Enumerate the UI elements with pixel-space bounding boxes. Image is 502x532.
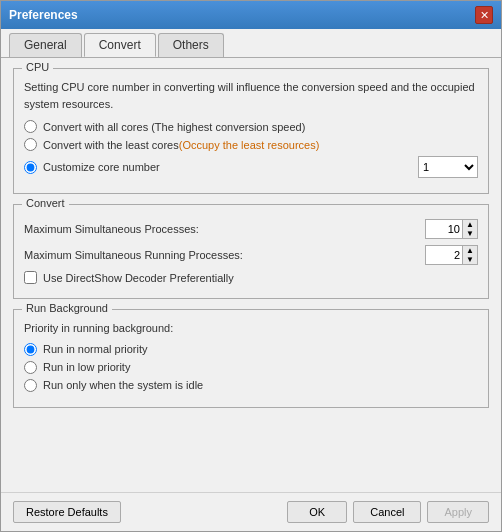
cpu-option-least-cores[interactable]: Convert with the least cores (Occupy the… xyxy=(24,138,478,151)
priority-label: Priority in running background: xyxy=(24,320,478,337)
max-running-up-button[interactable]: ▲ xyxy=(463,246,477,255)
cpu-option-all-cores[interactable]: Convert with all cores (The highest conv… xyxy=(24,120,478,133)
max-running-spinner: ▲ ▼ xyxy=(425,245,478,265)
bg-radio-low[interactable] xyxy=(24,361,37,374)
tab-convert[interactable]: Convert xyxy=(84,33,156,57)
cpu-radio-all-cores[interactable] xyxy=(24,120,37,133)
bg-option-low[interactable]: Run in low priority xyxy=(24,361,478,374)
bg-radio-normal[interactable] xyxy=(24,343,37,356)
cpu-option-customize[interactable]: Customize core number xyxy=(24,161,418,174)
background-group: Run Background Priority in running backg… xyxy=(13,309,489,408)
max-processes-input[interactable] xyxy=(425,219,463,239)
convert-group-title: Convert xyxy=(22,197,69,209)
apply-button[interactable]: Apply xyxy=(427,501,489,523)
cpu-group: CPU Setting CPU core number in convertin… xyxy=(13,68,489,194)
tab-others[interactable]: Others xyxy=(158,33,224,57)
bg-option-idle-label: Run only when the system is idle xyxy=(43,379,203,391)
cpu-core-dropdown[interactable]: 1 2 3 4 xyxy=(418,156,478,178)
max-running-label: Maximum Simultaneous Running Processes: xyxy=(24,249,425,261)
directshow-checkbox[interactable] xyxy=(24,271,37,284)
max-processes-spinner-buttons: ▲ ▼ xyxy=(463,219,478,239)
preferences-window: Preferences ✕ General Convert Others CPU… xyxy=(0,0,502,532)
bg-option-normal-label: Run in normal priority xyxy=(43,343,148,355)
titlebar: Preferences ✕ xyxy=(1,1,501,29)
max-running-spinner-buttons: ▲ ▼ xyxy=(463,245,478,265)
bg-radio-idle[interactable] xyxy=(24,379,37,392)
max-running-down-button[interactable]: ▼ xyxy=(463,255,477,264)
max-running-row: Maximum Simultaneous Running Processes: … xyxy=(24,245,478,265)
ok-button[interactable]: OK xyxy=(287,501,347,523)
cpu-option-all-cores-label: Convert with all cores (The highest conv… xyxy=(43,121,305,133)
cpu-option-least-cores-prefix: Convert with the least cores xyxy=(43,139,179,151)
restore-defaults-button[interactable]: Restore Defaults xyxy=(13,501,121,523)
footer: Restore Defaults OK Cancel Apply xyxy=(1,492,501,531)
background-group-title: Run Background xyxy=(22,302,112,314)
cpu-radio-least-cores[interactable] xyxy=(24,138,37,151)
directshow-row[interactable]: Use DirectShow Decoder Preferentially xyxy=(24,271,478,284)
cpu-radio-customize[interactable] xyxy=(24,161,37,174)
window-title: Preferences xyxy=(9,8,78,22)
convert-group: Convert Maximum Simultaneous Processes: … xyxy=(13,204,489,299)
bg-option-normal[interactable]: Run in normal priority xyxy=(24,343,478,356)
bg-option-low-label: Run in low priority xyxy=(43,361,130,373)
cpu-option-customize-label: Customize core number xyxy=(43,161,160,173)
max-running-input[interactable] xyxy=(425,245,463,265)
max-processes-spinner: ▲ ▼ xyxy=(425,219,478,239)
content-area: CPU Setting CPU core number in convertin… xyxy=(1,58,501,492)
tabs-bar: General Convert Others xyxy=(1,29,501,58)
cpu-group-title: CPU xyxy=(22,61,53,73)
cpu-description: Setting CPU core number in converting wi… xyxy=(24,79,478,112)
max-processes-row: Maximum Simultaneous Processes: ▲ ▼ xyxy=(24,219,478,239)
footer-right-buttons: OK Cancel Apply xyxy=(287,501,489,523)
cpu-customize-row: Customize core number 1 2 3 4 xyxy=(24,156,478,178)
tab-general[interactable]: General xyxy=(9,33,82,57)
cpu-option-least-cores-orange: (Occupy the least resources) xyxy=(179,139,320,151)
max-processes-label: Maximum Simultaneous Processes: xyxy=(24,223,425,235)
directshow-label: Use DirectShow Decoder Preferentially xyxy=(43,272,234,284)
max-processes-down-button[interactable]: ▼ xyxy=(463,229,477,238)
max-processes-up-button[interactable]: ▲ xyxy=(463,220,477,229)
bg-option-idle[interactable]: Run only when the system is idle xyxy=(24,379,478,392)
cancel-button[interactable]: Cancel xyxy=(353,501,421,523)
close-button[interactable]: ✕ xyxy=(475,6,493,24)
